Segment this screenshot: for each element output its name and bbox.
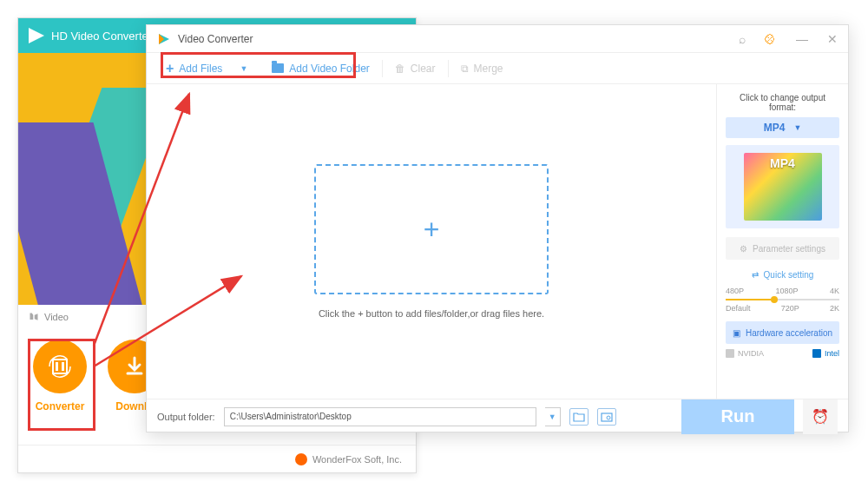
app-logo-icon [157, 32, 171, 46]
side-panel: Click to change output format: MP4 ▼ MP4… [716, 84, 848, 399]
gpu-row: NVIDIA Intel [726, 349, 839, 358]
plus-icon: + [424, 214, 440, 246]
quality-ticks-bottom: Default720P2K [726, 304, 839, 313]
chevron-down-icon[interactable]: ▼ [240, 64, 247, 73]
svg-rect-0 [53, 360, 67, 373]
quality-slider[interactable] [726, 299, 839, 300]
toolbar: + Add Files ▼ Add Video Folder 🗑 Clear ⧉… [147, 53, 848, 84]
converter-icon [33, 340, 87, 393]
format-selector[interactable]: MP4 ▼ [726, 117, 839, 138]
cart-icon[interactable]: ⛒ [765, 32, 777, 46]
intel-badge: Intel [812, 349, 839, 358]
schedule-button[interactable]: ⏰ [803, 399, 838, 434]
open-folder-button[interactable] [569, 408, 589, 426]
hardware-accel-button[interactable]: ▣ Hardware acceleration [726, 321, 839, 344]
format-thumbnail[interactable]: MP4 [726, 145, 839, 228]
drop-zone[interactable]: + [314, 164, 549, 294]
close-button[interactable]: ✕ [827, 32, 838, 46]
window-title: Video Converter [178, 33, 739, 45]
main-area: + Click the + button to add files/folder… [147, 84, 848, 399]
add-files-button[interactable]: + Add Files ▼ [154, 53, 260, 83]
output-folder-label: Output folder: [157, 412, 215, 422]
merge-button[interactable]: ⧉ Merge [449, 53, 516, 83]
gear-icon: ⚙ [740, 244, 747, 254]
svg-point-4 [607, 416, 610, 419]
nvidia-badge: NVIDIA [726, 349, 764, 358]
svg-rect-2 [62, 362, 64, 371]
add-folder-button[interactable]: Add Video Folder [260, 53, 382, 83]
chevron-down-icon: ▼ [793, 123, 801, 132]
run-button[interactable]: Run [681, 399, 794, 434]
bg-footer: WonderFox Soft, Inc. [18, 445, 416, 472]
app-logo-icon [29, 28, 44, 43]
output-folder-input[interactable] [224, 407, 536, 426]
output-folder-dropdown[interactable]: ▼ [545, 407, 561, 426]
drop-hint: Click the + button to add files/folder,o… [319, 308, 544, 319]
output-settings-button[interactable] [597, 408, 616, 426]
quality-ticks-top: 480P1080P4K [726, 287, 839, 295]
svg-rect-1 [56, 362, 58, 371]
minimize-button[interactable]: — [796, 32, 808, 46]
video-converter-window: Video Converter ⌕ ⛒ — ✕ + Add Files ▼ Ad… [146, 24, 849, 432]
tab-converter[interactable]: Converter [29, 340, 91, 412]
folder-icon [272, 63, 284, 73]
bottom-bar: Output folder: ▼ Run ⏰ [147, 399, 848, 433]
folder-gear-icon [601, 412, 613, 422]
search-icon[interactable]: ⌕ [739, 32, 746, 46]
chip-icon: ▣ [733, 328, 740, 338]
quick-setting-label: ⇄ Quick setting [726, 270, 839, 280]
merge-icon: ⧉ [461, 63, 469, 75]
converter-label: Converter [29, 400, 91, 412]
fg-titlebar: Video Converter ⌕ ⛒ — ✕ [147, 25, 848, 53]
format-label: Click to change output format: [726, 93, 839, 112]
fox-icon [295, 453, 307, 465]
parameter-settings-button[interactable]: ⚙ Parameter settings [726, 237, 839, 260]
drop-area[interactable]: + Click the + button to add files/folder… [147, 84, 716, 399]
folder-icon [573, 412, 585, 422]
trash-icon: 🗑 [395, 63, 405, 75]
alarm-icon: ⏰ [812, 408, 829, 425]
clear-button[interactable]: 🗑 Clear [383, 53, 448, 83]
plus-icon: + [166, 61, 174, 76]
arrow-icon [29, 312, 39, 322]
